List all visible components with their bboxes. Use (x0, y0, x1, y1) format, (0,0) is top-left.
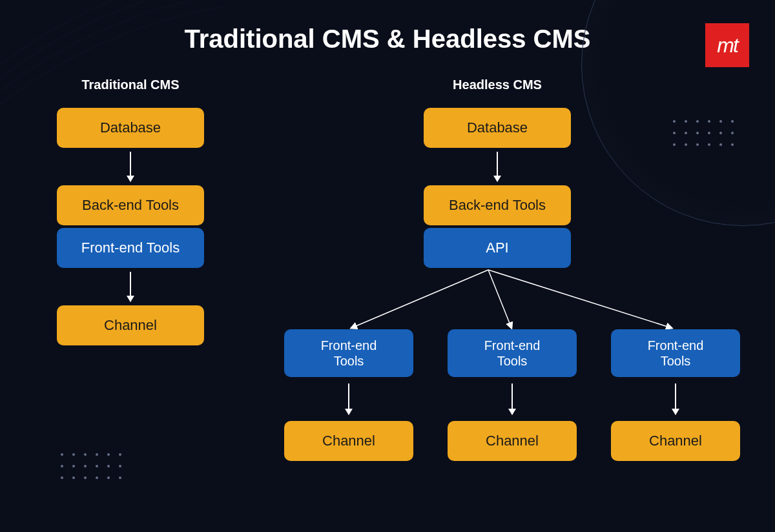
fan-arrows (284, 269, 736, 333)
arrow-down-icon (130, 272, 131, 302)
headless-backend-box: Back-end Tools (424, 185, 571, 225)
arrow-down-icon (130, 152, 131, 181)
headless-database-box: Database (424, 108, 571, 148)
branch-frontend-label: Front-end Tools (484, 338, 541, 369)
headless-api-box: API (424, 228, 571, 268)
dots-decoration-top (673, 120, 734, 146)
svg-line-2 (488, 270, 672, 328)
headless-title: Headless CMS (413, 77, 581, 92)
traditional-database-box: Database (57, 108, 204, 148)
svg-line-1 (488, 270, 512, 328)
branch-frontend-box: Front-end Tools (284, 329, 413, 377)
branch-1: Front-end Tools Channel (284, 329, 413, 461)
traditional-channel-box: Channel (57, 305, 204, 345)
headless-branches: Front-end Tools Channel Front-end Tools … (284, 329, 740, 461)
branch-channel-box: Channel (611, 421, 740, 461)
headless-cms-column: Headless CMS Database Back-end Tools API (413, 77, 581, 268)
traditional-backend-box: Back-end Tools (57, 185, 204, 225)
dots-decoration-bottom (61, 453, 121, 479)
arrow-down-icon (675, 384, 676, 414)
traditional-cms-column: Traditional CMS Database Back-end Tools … (46, 77, 214, 345)
traditional-title: Traditional CMS (46, 77, 214, 92)
traditional-frontend-box: Front-end Tools (57, 228, 204, 268)
branch-channel-box: Channel (284, 421, 413, 461)
branch-2: Front-end Tools Channel (448, 329, 577, 461)
logo-text: mt (717, 34, 738, 57)
arrow-down-icon (512, 384, 513, 414)
branch-channel-box: Channel (448, 421, 577, 461)
branch-3: Front-end Tools Channel (611, 329, 740, 461)
brand-logo: mt (705, 23, 749, 67)
branch-frontend-box: Front-end Tools (448, 329, 577, 377)
arrow-down-icon (497, 152, 498, 181)
svg-line-0 (351, 270, 488, 328)
branch-frontend-label: Front-end Tools (648, 338, 704, 369)
arrow-down-icon (348, 384, 349, 414)
branch-frontend-box: Front-end Tools (611, 329, 740, 377)
branch-frontend-label: Front-end Tools (321, 338, 377, 369)
